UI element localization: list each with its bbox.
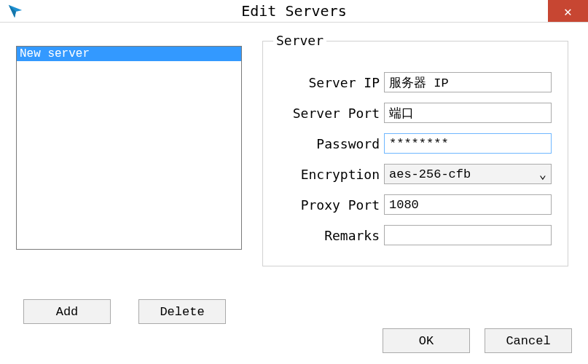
encryption-value: aes-256-cfb <box>389 167 471 181</box>
label-server-port: Server Port <box>263 106 384 121</box>
fieldset-legend: Server <box>273 33 326 48</box>
server-fieldset: Server Server IP Server Port Password En… <box>262 41 568 266</box>
edit-servers-window: Edit Servers ✕ New server Server Server … <box>0 0 588 364</box>
close-button[interactable]: ✕ <box>548 0 588 22</box>
label-password: Password <box>263 136 384 151</box>
delete-button[interactable]: Delete <box>138 299 226 324</box>
close-icon: ✕ <box>564 4 572 19</box>
row-server-ip: Server IP <box>263 72 568 92</box>
ok-button[interactable]: OK <box>383 328 470 353</box>
chevron-down-icon: ⌄ <box>539 167 546 182</box>
row-server-port: Server Port <box>263 103 568 123</box>
row-proxy-port: Proxy Port <box>263 194 568 215</box>
row-password: Password <box>263 133 568 154</box>
server-listbox[interactable]: New server <box>16 46 242 250</box>
form-rows: Server IP Server Port Password Encryptio… <box>263 72 568 245</box>
encryption-select[interactable]: aes-256-cfb ⌄ <box>384 164 552 184</box>
row-remarks: Remarks <box>263 225 568 245</box>
label-server-ip: Server IP <box>263 75 384 90</box>
client-area: New server Server Server IP Server Port … <box>0 23 588 364</box>
titlebar: Edit Servers ✕ <box>0 0 588 23</box>
remarks-input[interactable] <box>384 225 552 245</box>
password-input[interactable] <box>384 133 552 154</box>
proxy-port-input[interactable] <box>384 194 552 215</box>
paper-plane-icon <box>7 3 23 19</box>
server-ip-input[interactable] <box>384 72 552 92</box>
window-title: Edit Servers <box>241 2 347 20</box>
list-item[interactable]: New server <box>17 47 241 61</box>
label-encryption: Encryption <box>263 167 384 182</box>
label-proxy-port: Proxy Port <box>263 197 384 213</box>
add-button[interactable]: Add <box>23 299 111 324</box>
server-port-input[interactable] <box>384 103 552 123</box>
label-remarks: Remarks <box>263 228 384 243</box>
cancel-button[interactable]: Cancel <box>485 328 572 353</box>
row-encryption: Encryption aes-256-cfb ⌄ <box>263 164 568 184</box>
